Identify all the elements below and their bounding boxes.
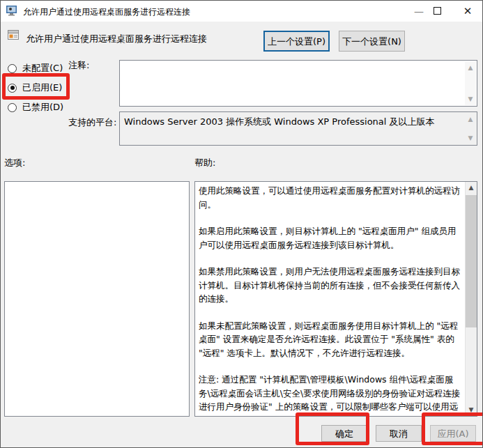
window-title: 允许用户通过使用远程桌面服务进行远程连接 — [23, 6, 190, 18]
maximize-button[interactable] — [425, 1, 449, 22]
radio-label: 已禁用(D) — [22, 101, 63, 114]
supported-on-textbox[interactable]: Windows Server 2003 操作系统或 Windows XP Pro… — [119, 111, 477, 146]
setting-header: 允许用户通过使用远程桌面服务进行远程连接 上一个设置(P) 下一个设置(N) — [1, 22, 482, 56]
scroll-up-icon[interactable]: ▲ — [465, 63, 476, 72]
supported-on-value: Windows Server 2003 操作系统或 Windows XP Pro… — [124, 116, 461, 128]
radio-label: 已启用(E) — [22, 82, 62, 94]
cancel-button[interactable]: 取消 — [376, 425, 422, 442]
scrollbar-thumb[interactable] — [466, 195, 477, 327]
help-paragraph: 如果禁用此策略设置，则用户无法使用远程桌面服务远程连接到目标计算机。目标计算机将… — [199, 265, 461, 306]
help-label: 帮助: — [194, 157, 215, 169]
help-text: 使用此策略设置，可以通过使用远程桌面服务配置对计算机的远程访问。如果启用此策略设… — [199, 184, 461, 416]
policy-setting-icon — [8, 29, 20, 41]
setting-name: 允许用户通过使用远程桌面服务进行远程连接 — [26, 33, 207, 45]
radio-enabled[interactable]: 已启用(E) — [8, 82, 62, 94]
help-scrollbar[interactable]: ▲ ▼ — [465, 182, 477, 416]
radio-circle-icon — [8, 103, 17, 112]
previous-setting-button[interactable]: 上一个设置(P) — [263, 31, 330, 52]
supported-on-scrollbar[interactable]: ▲ ▼ — [465, 113, 476, 144]
maximize-icon — [434, 7, 441, 15]
options-panel — [4, 181, 190, 417]
scroll-down-icon[interactable]: ▼ — [465, 133, 476, 143]
scroll-up-icon[interactable]: ▲ — [466, 182, 477, 194]
comment-textbox[interactable]: ▲ ▼ — [119, 60, 477, 107]
help-paragraph: 使用此策略设置，可以通过使用远程桌面服务配置对计算机的远程访问。 — [199, 184, 461, 211]
remote-desktop-window-icon — [6, 6, 18, 16]
apply-button[interactable]: 应用(A) — [430, 425, 476, 442]
scroll-down-icon[interactable]: ▼ — [466, 404, 477, 416]
comment-scrollbar[interactable]: ▲ ▼ — [465, 61, 476, 105]
comment-label: 注释: — [68, 59, 89, 72]
radio-circle-icon — [8, 64, 17, 73]
scroll-up-icon[interactable]: ▲ — [465, 114, 476, 124]
help-paragraph: 如果启用此策略设置，则目标计算机上的 "远程桌面用户" 组成员用户可以使用远程桌… — [199, 224, 461, 252]
radio-not-configured[interactable]: 未配置(C) — [8, 62, 63, 75]
help-panel: 使用此策略设置，可以通过使用远程桌面服务配置对计算机的远程访问。如果启用此策略设… — [194, 181, 477, 417]
close-button[interactable]: ✕ — [456, 1, 480, 22]
radio-circle-icon — [8, 84, 17, 93]
ok-button[interactable]: 确定 — [321, 425, 367, 442]
scroll-down-icon[interactable]: ▼ — [465, 94, 476, 104]
next-setting-button[interactable]: 下一个设置(N) — [339, 31, 405, 52]
options-label: 选项: — [4, 157, 25, 169]
radio-label: 未配置(C) — [22, 62, 63, 75]
supported-on-label: 支持的平台: — [68, 116, 116, 129]
help-paragraph: 如果未配置此策略设置，则远程桌面服务使用目标计算机上的 "远程桌面" 设置来确定… — [199, 319, 461, 360]
title-bar: 允许用户通过使用远程桌面服务进行远程连接 — ✕ — [1, 1, 482, 22]
help-paragraph: 注意: 通过配置 "计算机配置\管理模板\Windows 组件\远程桌面服务\远… — [199, 373, 461, 416]
policy-setting-dialog: 允许用户通过使用远程桌面服务进行远程连接 — ✕ 允许用户通过使用远程桌面服务进… — [0, 0, 483, 448]
radio-disabled[interactable]: 已禁用(D) — [8, 101, 63, 114]
